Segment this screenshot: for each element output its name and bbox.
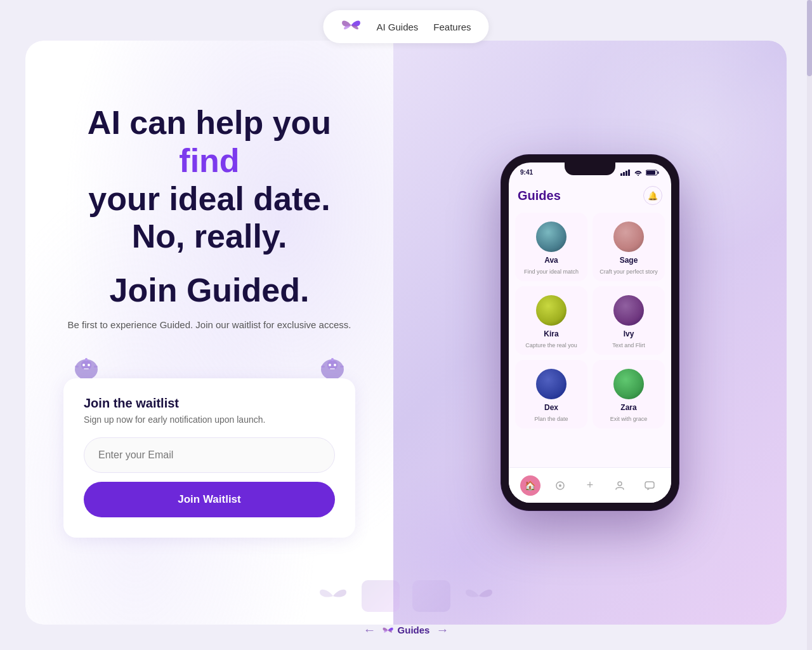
svg-rect-15 (340, 366, 344, 368)
left-panel: AI can help you find your ideal date. No… (25, 41, 393, 625)
guide-name-ivy: Ivy (624, 329, 634, 338)
svg-rect-19 (628, 169, 630, 176)
hero-subtext: Be first to experience Guided. Join our … (63, 318, 355, 333)
guide-name-ava: Ava (544, 256, 558, 265)
app-header: Guides 🔔 (515, 183, 665, 213)
svg-point-20 (638, 175, 639, 176)
phone-mockup: 9:41 (501, 155, 679, 510)
nav-logo (341, 17, 361, 37)
guide-desc-dex: Plan the date (534, 416, 568, 422)
svg-rect-18 (625, 171, 627, 176)
avatar-ava (536, 222, 566, 252)
phone-notch (565, 162, 615, 175)
main-wrapper: AI can help you find your ideal date. No… (25, 41, 787, 625)
guide-desc-sage: Craft your perfect story (599, 269, 658, 275)
svg-point-26 (618, 482, 622, 486)
svg-point-2 (82, 364, 85, 366)
svg-point-10 (329, 364, 331, 366)
phone-app-content: Guides 🔔 Ava Find your ideal match (509, 178, 671, 467)
guide-desc-zara: Exit with grace (610, 416, 648, 422)
waitlist-title: Join the waitlist (84, 396, 335, 411)
bottom-guides-label: Guides (383, 625, 430, 635)
phone-nav-add[interactable]: + (580, 475, 600, 496)
bottom-arrow-right: → (436, 623, 449, 637)
guide-name-kira: Kira (544, 329, 558, 338)
waitlist-card: Join the waitlist Sign up now for early … (63, 378, 355, 538)
scrollbar-thumb[interactable] (807, 0, 812, 76)
guide-name-dex: Dex (544, 403, 558, 412)
phone-screen: 9:41 (509, 162, 671, 503)
join-waitlist-button[interactable]: Join Waitlist (84, 482, 335, 517)
guide-card-ava[interactable]: Ava Find your ideal match (515, 213, 587, 281)
svg-rect-13 (331, 358, 334, 361)
svg-rect-5 (85, 358, 88, 361)
navbar: AI Guides Features (323, 10, 488, 43)
bottom-decoratives (317, 580, 495, 612)
hero-headline: AI can help you find your ideal date. No… (63, 104, 355, 256)
svg-rect-23 (646, 171, 655, 175)
svg-rect-16 (620, 173, 622, 176)
status-time: 9:41 (520, 169, 533, 176)
app-title: Guides (518, 189, 561, 203)
avatar-sage (613, 222, 644, 252)
nav-features[interactable]: Features (433, 22, 471, 32)
avatar-kira (536, 295, 566, 326)
avatar-ivy (613, 295, 644, 326)
guide-desc-ivy: Text and Flirt (612, 342, 645, 348)
guide-desc-ava: Find your ideal match (524, 269, 579, 275)
svg-rect-4 (84, 368, 89, 369)
svg-rect-17 (623, 172, 625, 176)
guide-desc-kira: Capture the real you (525, 342, 577, 348)
hero-section: AI can help you find your ideal date. No… (63, 104, 355, 333)
svg-rect-7 (94, 366, 98, 368)
svg-rect-12 (330, 368, 335, 369)
svg-point-3 (88, 364, 90, 366)
svg-rect-27 (645, 482, 654, 488)
nav-ai-guides[interactable]: AI Guides (376, 22, 418, 32)
avatar-zara (613, 369, 644, 399)
svg-rect-14 (321, 366, 325, 368)
guide-card-dex[interactable]: Dex Plan the date (515, 360, 587, 428)
phone-nav-explore[interactable] (550, 475, 570, 496)
scrollbar[interactable] (807, 0, 812, 650)
phone-nav-messages[interactable] (639, 475, 660, 496)
phone-bottom-nav: 🏠 + (509, 467, 671, 503)
notification-bell-button[interactable]: 🔔 (643, 186, 662, 205)
guide-card-sage[interactable]: Sage Craft your perfect story (593, 213, 665, 281)
guide-card-ivy[interactable]: Ivy Text and Flirt (593, 286, 665, 355)
guide-card-zara[interactable]: Zara Exit with grace (593, 360, 665, 428)
bottom-arrow-left: ← (363, 623, 376, 637)
svg-rect-6 (75, 366, 79, 368)
status-icons (620, 169, 660, 176)
email-input[interactable] (84, 437, 335, 473)
guide-card-kira[interactable]: Kira Capture the real you (515, 286, 587, 355)
avatar-dex (536, 369, 566, 399)
svg-point-11 (334, 364, 336, 366)
waitlist-subtitle: Sign up now for early notification upon … (84, 415, 335, 425)
join-guided-text: Join Guided. (63, 271, 355, 309)
guide-name-zara: Zara (620, 403, 636, 412)
bottom-section: ← Guides → (363, 623, 449, 637)
svg-point-25 (559, 484, 561, 487)
right-panel: 9:41 (393, 41, 787, 625)
phone-nav-profile[interactable] (610, 475, 630, 496)
guide-grid: Ava Find your ideal match Sage Craft you… (515, 213, 665, 428)
phone-nav-home[interactable]: 🏠 (520, 475, 540, 496)
svg-rect-22 (658, 171, 659, 174)
guide-name-sage: Sage (620, 256, 638, 265)
